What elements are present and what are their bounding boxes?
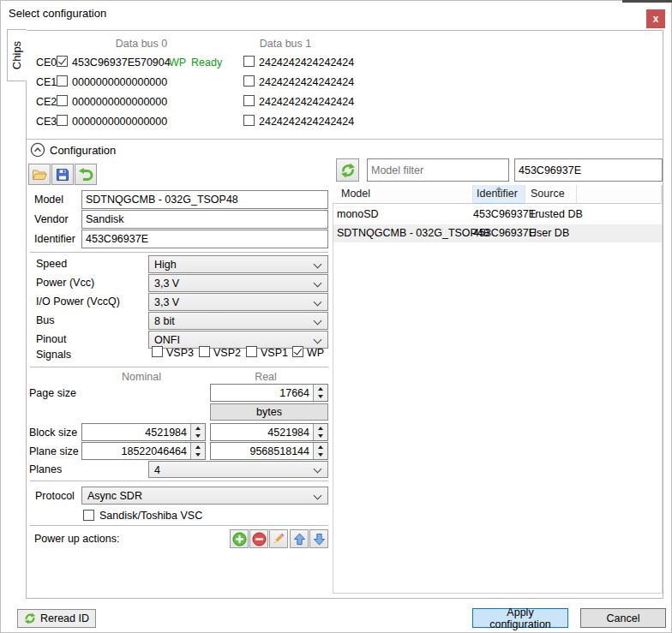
arrow-down-icon (313, 533, 326, 546)
model-field[interactable] (81, 190, 328, 209)
model-label: Model (34, 194, 63, 206)
ce-label: CE3 (36, 115, 57, 128)
column-header-identifier[interactable]: Identifier (473, 185, 525, 204)
chevron-down-icon (314, 317, 322, 325)
ce3-bus0-id: 0000000000000000 (72, 115, 167, 128)
reread-id-button[interactable]: Reread ID (17, 609, 96, 628)
spin-down-icon[interactable] (314, 393, 327, 402)
ce2-bus1-id: 2424242424242424 (259, 95, 354, 109)
divider (30, 252, 328, 253)
folder-open-icon (32, 168, 47, 182)
add-action-button[interactable] (230, 529, 249, 548)
cell-source: User DB (529, 227, 569, 239)
ce2-bus0-checkbox[interactable] (57, 95, 68, 106)
chevron-down-icon (314, 298, 322, 307)
section-divider (27, 139, 663, 140)
spin-down-icon[interactable] (314, 433, 327, 441)
unit-toggle-button[interactable]: bytes (210, 403, 328, 421)
block-size-nominal-spinbox[interactable]: 4521984 (81, 423, 206, 441)
bus-select[interactable]: 8 bit (148, 312, 328, 330)
vsp3-label: VSP3 (166, 347, 194, 359)
nominal-header: Nominal (103, 371, 180, 383)
vsp2-label: VSP2 (213, 347, 241, 359)
signals-label: Signals (36, 349, 71, 361)
vsc-checkbox[interactable] (83, 510, 94, 521)
chip-row-ce3: CE3 0000000000000000 2424242424242424 (0, 113, 672, 128)
page-size-label: Page size (29, 387, 76, 399)
ce-label: CE1 (36, 75, 57, 89)
spin-up-icon[interactable] (314, 424, 327, 433)
table-row[interactable]: SDTNQGCMB - 032G_TSOP48 453C96937E User … (333, 224, 662, 242)
ce2-bus1-checkbox[interactable] (243, 95, 255, 106)
speed-label: Speed (36, 258, 67, 270)
plane-size-nominal-spinbox[interactable]: 18522046464 (81, 442, 206, 460)
edit-action-button[interactable] (269, 529, 288, 548)
model-filter-input[interactable] (367, 158, 509, 182)
chip-row-ce0: CE0 453C96937E570904 WP Ready 2424242424… (0, 54, 672, 69)
power-vcc-select[interactable]: 3,3 V (148, 274, 328, 292)
chip-row-ce2: CE2 0000000000000000 2424242424242424 (0, 93, 672, 109)
move-action-up-button[interactable] (290, 529, 309, 548)
plus-circle-icon (232, 532, 247, 546)
spin-down-icon[interactable] (314, 451, 327, 460)
refresh-icon (340, 163, 356, 178)
refresh-icon (24, 612, 36, 624)
cell-model: monoSD (337, 208, 379, 220)
identifier-field[interactable] (81, 230, 328, 248)
tab-chips[interactable]: Chips (7, 29, 27, 81)
table-row[interactable]: monoSD 453C96937E Trusted DB (333, 206, 662, 224)
remove-action-button[interactable] (249, 529, 268, 548)
vsp3-checkbox[interactable] (152, 346, 163, 357)
ce0-bus0-checkbox[interactable] (57, 56, 68, 67)
spin-up-icon[interactable] (314, 385, 327, 393)
ce3-bus1-checkbox[interactable] (243, 115, 255, 126)
ce0-bus1-id: 2424242424242424 (259, 56, 354, 69)
identifier-filter-input[interactable] (514, 158, 663, 182)
protocol-label: Protocol (35, 490, 75, 502)
ce1-bus1-checkbox[interactable] (243, 75, 255, 87)
ce1-bus1-id: 2424242424242424 (259, 75, 354, 89)
column-header-model[interactable]: Model (333, 185, 473, 204)
spin-down-icon[interactable] (191, 433, 205, 441)
power-vcc-label: Power (Vcc) (36, 277, 94, 289)
vsp2-checkbox[interactable] (199, 346, 210, 357)
ce3-bus0-checkbox[interactable] (57, 115, 68, 126)
column-header-source[interactable]: Source (525, 185, 577, 204)
open-configuration-button[interactable] (28, 164, 51, 185)
spin-up-icon[interactable] (314, 443, 327, 451)
pencil-icon (272, 532, 285, 546)
close-button[interactable]: x (646, 9, 665, 28)
identifier-label: Identifier (34, 233, 75, 245)
io-power-vccq-select[interactable]: 3,3 V (148, 293, 328, 311)
ce1-bus0-checkbox[interactable] (57, 75, 68, 87)
block-size-label: Block size (29, 427, 77, 439)
plane-size-real-spinbox[interactable]: 9568518144 (210, 442, 328, 460)
chevron-down-icon (314, 279, 322, 288)
cancel-button[interactable]: Cancel (580, 608, 666, 628)
ce0-bus1-checkbox[interactable] (243, 56, 255, 67)
chevron-down-icon (314, 336, 322, 344)
spin-up-icon[interactable] (191, 424, 205, 433)
spin-down-icon[interactable] (191, 451, 205, 460)
reset-configuration-button[interactable] (75, 164, 97, 185)
refresh-db-button[interactable] (336, 158, 359, 182)
speed-select[interactable]: High (148, 255, 328, 273)
collapse-button[interactable] (30, 142, 45, 158)
apply-configuration-button[interactable]: Apply configuration (472, 608, 568, 628)
planes-select[interactable]: 4 (148, 461, 328, 478)
save-configuration-button[interactable] (51, 164, 74, 185)
move-action-down-button[interactable] (309, 529, 328, 548)
planes-label: Planes (29, 463, 62, 475)
background-window-sliver (622, 0, 672, 3)
spin-up-icon[interactable] (191, 443, 205, 451)
select-configuration-dialog: Select configuration x Chips Data bus 0 … (0, 0, 672, 633)
vsp1-checkbox[interactable] (246, 346, 257, 357)
column-header-filler (577, 185, 662, 204)
cell-identifier: 453C96937E (473, 227, 536, 239)
chevron-down-icon (314, 260, 322, 269)
protocol-select[interactable]: Async SDR (81, 487, 328, 505)
page-size-real-spinbox[interactable]: 17664 (210, 384, 328, 402)
vendor-field[interactable] (81, 210, 328, 229)
block-size-real-spinbox[interactable]: 4521984 (210, 423, 328, 441)
wp-checkbox[interactable] (292, 346, 303, 357)
